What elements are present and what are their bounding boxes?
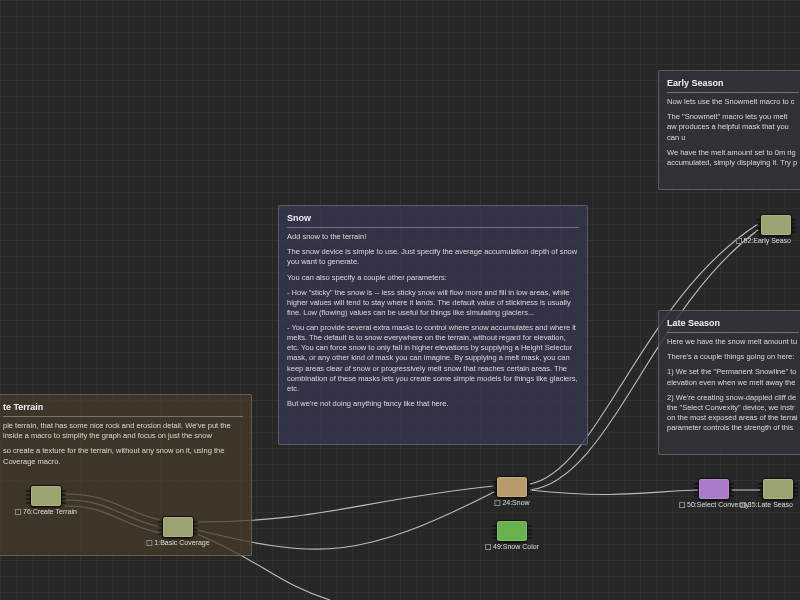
node-snow[interactable]: 24:Snow [496,476,528,498]
node-early-season[interactable]: 52:Early Seaso [760,214,792,236]
panel-text: so create a texture for the terrain, wit… [3,446,243,466]
panel-title: Snow [287,212,579,228]
node-label: 52:Early Seaso [736,235,791,244]
panel-text: Add snow to the terrain! [287,232,579,242]
panel-text: The snow device is simple to use. Just s… [287,247,579,267]
panel-text: 1) We set the "Permanent Snowline" to el… [667,367,799,387]
panel-title: te Terrain [3,401,243,417]
node-label: 24:Snow [494,497,529,506]
panel-text: The "Snowmelt" macro lets you melt aw pr… [667,112,799,142]
panel-text: ple terrain, that has some nice rock and… [3,421,243,441]
panel-text: But we're not doing anything fancy like … [287,399,579,409]
panel-text: - You can provide several extra masks to… [287,323,579,394]
node-label: 50:Select Convexity [679,499,749,508]
comment-panel-late[interactable]: Late Season Here we have the snow melt a… [658,310,800,455]
panel-text: Here we have the snow melt amount tu [667,337,799,347]
node-label: 1:Basic Coverage [146,537,209,546]
panel-text: You can also specify a couple other para… [287,273,579,283]
comment-panel-snow[interactable]: Snow Add snow to the terrain! The snow d… [278,205,588,445]
panel-title: Late Season [667,317,799,333]
node-graph-canvas[interactable]: te Terrain ple terrain, that has some ni… [0,0,800,600]
node-snow-color[interactable]: 49:Snow Color [496,520,528,542]
node-create-terrain[interactable]: 76:Create Terrain [30,485,62,507]
panel-title: Early Season [667,77,799,93]
node-select-convexity[interactable]: 50:Select Convexity [698,478,730,500]
panel-text: 2) We're creating snow-dappled cliff de … [667,393,799,434]
node-label: 76:Create Terrain [15,506,77,515]
panel-text: We have the melt amount set to 0m rig ac… [667,148,799,168]
comment-panel-terrain[interactable]: te Terrain ple terrain, that has some ni… [0,394,252,556]
node-basic-coverage[interactable]: 1:Basic Coverage [162,516,194,538]
panel-text: There's a couple things going on here: [667,352,799,362]
node-late-season[interactable]: 35:Late Seaso [762,478,794,500]
node-label: 35:Late Seaso [740,499,793,508]
node-label: 49:Snow Color [485,541,539,550]
comment-panel-early[interactable]: Early Season Now lets use the Snowmelt m… [658,70,800,190]
panel-text: - How "sticky" the snow is -- less stick… [287,288,579,318]
panel-text: Now lets use the Snowmelt macro to c [667,97,799,107]
